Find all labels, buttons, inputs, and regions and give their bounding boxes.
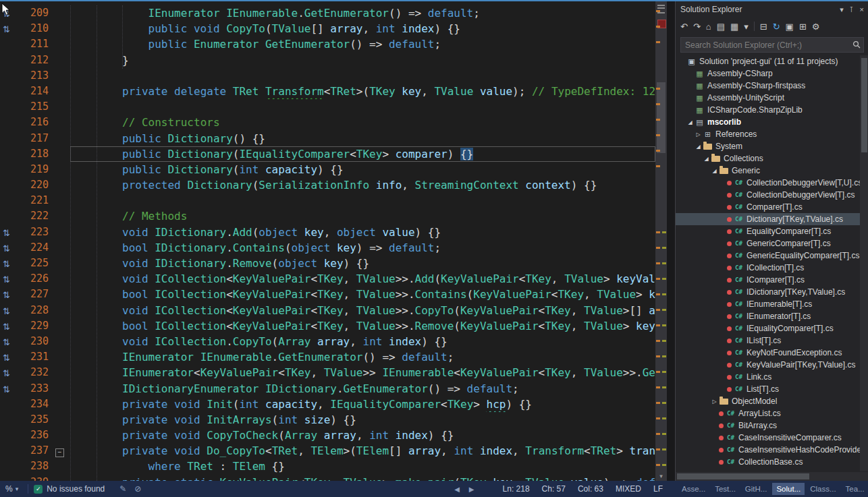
glyph-cell[interactable]: [0, 208, 18, 224]
solution-explorer-header[interactable]: Solution Explorer ▾⊺×: [676, 1, 868, 18]
code-line[interactable]: public Dictionary(IEqualityComparer<TKey…: [70, 146, 655, 162]
tree-item[interactable]: ▦Assembly-UnityScript: [676, 92, 860, 104]
tree-item[interactable]: ▦Assembly-CSharp: [676, 67, 860, 80]
editor-vertical-scrollbar[interactable]: ▾: [655, 1, 667, 481]
tree-item[interactable]: ▦Assembly-CSharp-firstpass: [676, 80, 860, 92]
scroll-right-icon[interactable]: ▶: [469, 486, 474, 493]
glyph-cell[interactable]: [0, 412, 18, 428]
tree-item[interactable]: C#BitArray.cs: [676, 419, 860, 432]
code-line[interactable]: protected Dictionary(SerializationInfo i…: [70, 177, 655, 193]
code-line[interactable]: [70, 99, 655, 115]
glyph-cell[interactable]: [0, 84, 18, 99]
chevron-collapsed-icon[interactable]: ▷: [710, 399, 719, 405]
tree-item[interactable]: C#IEnumerator[T].cs: [676, 310, 860, 322]
zoom-caret-icon[interactable]: ▾: [16, 486, 23, 492]
glyph-cell[interactable]: ⇅: [0, 334, 18, 349]
tree-item[interactable]: ▷⊞References: [676, 128, 860, 140]
glyph-cell[interactable]: [0, 99, 18, 115]
code-line[interactable]: void IDictionary.Remove(object key) {}: [70, 256, 655, 271]
code-editor[interactable]: ⇅⇅⇅⇅⇅⇅⇅⇅⇅⇅⇅⇅⇅ 20921021121221321421521621…: [0, 1, 667, 481]
tool-window-tab[interactable]: GitH...: [741, 483, 771, 495]
glyph-cell[interactable]: ⇅: [0, 256, 18, 271]
search-input[interactable]: [681, 40, 850, 50]
glyph-cell[interactable]: [0, 475, 18, 481]
code-line[interactable]: IDictionaryEnumerator IDictionary.GetEnu…: [70, 381, 655, 397]
glyph-cell[interactable]: ⇅: [0, 287, 18, 302]
code-line[interactable]: IEnumerator<KeyValuePair<TKey, TValue>> …: [70, 365, 655, 380]
chevron-collapsed-icon[interactable]: ▷: [694, 131, 703, 138]
switch-views-icon[interactable]: ▤: [717, 22, 725, 31]
tree-item[interactable]: C#CollectionDebuggerView[T].cs: [676, 189, 860, 201]
tree-item[interactable]: C#IComparer[T].cs: [676, 274, 860, 286]
scroll-left-icon[interactable]: ◀: [454, 486, 460, 493]
solution-explorer-vertical-scrollbar[interactable]: [860, 55, 868, 471]
code-line[interactable]: IEnumerator IEnumerable.GetEnumerator() …: [70, 5, 655, 21]
glyph-cell[interactable]: [0, 131, 18, 146]
code-line[interactable]: IEnumerator IEnumerable.GetEnumerator() …: [70, 349, 655, 365]
tree-item[interactable]: C#KeyNotFoundException.cs: [676, 347, 860, 359]
chevron-expanded-icon[interactable]: ◢: [686, 119, 695, 125]
tree-item[interactable]: C#IEnumerable[T].cs: [676, 298, 860, 310]
forward-icon[interactable]: ↷: [693, 22, 701, 31]
tree-item[interactable]: C#KeyValuePair[TKey,TValue].cs: [676, 359, 860, 371]
glyph-cell[interactable]: ⇅: [0, 349, 18, 365]
chevron-expanded-icon[interactable]: ◢: [702, 156, 711, 162]
tree-item[interactable]: C#List[T].cs: [676, 383, 860, 395]
code-line[interactable]: [70, 193, 655, 208]
tree-item[interactable]: ◢▤mscorlib: [676, 116, 860, 128]
glyph-cell[interactable]: ⇅: [0, 381, 18, 397]
scrollbar-thumb[interactable]: [677, 473, 809, 479]
zoom-control[interactable]: %: [0, 484, 16, 494]
back-icon[interactable]: ↶: [680, 22, 688, 31]
tree-item[interactable]: C#ArrayList.cs: [676, 407, 860, 419]
glyph-cell[interactable]: ⇅: [0, 318, 18, 334]
glyph-cell[interactable]: [0, 162, 18, 177]
tree-item[interactable]: C#CaseInsensitiveComparer.cs: [676, 432, 860, 444]
tree-item[interactable]: ▦ICSharpCode.SharpZipLib: [676, 104, 860, 116]
glyph-cell[interactable]: [0, 459, 18, 474]
code-line[interactable]: void ICollection<KeyValuePair<TKey, TVal…: [70, 303, 655, 318]
code-line[interactable]: void IDictionary.Add(object key, object …: [70, 225, 655, 240]
glyph-cell[interactable]: [0, 36, 18, 52]
search-box[interactable]: [680, 37, 864, 53]
code-line[interactable]: public void CopyTo(TValue[] array, int i…: [70, 21, 655, 36]
sync-with-active-icon[interactable]: ▣: [786, 22, 794, 31]
code-area[interactable]: IEnumerator IEnumerable.GetEnumerator() …: [70, 5, 655, 481]
tree-item[interactable]: ◢Collections: [676, 152, 860, 165]
code-line[interactable]: public Enumerator GetEnumerator() => def…: [70, 36, 655, 52]
fold-margin[interactable]: −: [55, 5, 67, 481]
tree-item[interactable]: C#EqualityComparer[T].cs: [676, 225, 860, 237]
refresh-icon[interactable]: ↻: [773, 22, 780, 31]
glyph-cell[interactable]: [0, 146, 18, 162]
chevron-down-icon[interactable]: ▾: [840, 5, 844, 13]
scrollbar-down-arrow-icon[interactable]: ▾: [655, 473, 667, 479]
scrollbar-thumb[interactable]: [657, 82, 666, 153]
tool-window-tab[interactable]: Class...: [806, 483, 840, 495]
glyph-cell[interactable]: ⇅: [0, 365, 18, 380]
code-line[interactable]: public Dictionary() {}: [70, 131, 655, 146]
tree-item[interactable]: C#CollectionBase.cs: [676, 456, 860, 468]
code-line[interactable]: void ICollection.CopyTo(Array array, int…: [70, 334, 655, 349]
glyph-cell[interactable]: ⇅: [0, 271, 18, 287]
glyph-cell[interactable]: [0, 53, 18, 68]
scrollbar-thumb[interactable]: [861, 58, 867, 152]
code-line[interactable]: [70, 68, 655, 84]
tree-item[interactable]: C#IEqualityComparer[T].cs: [676, 322, 860, 334]
tree-item[interactable]: C#ICollection[T].cs: [676, 262, 860, 274]
code-line[interactable]: private void Do_CopyTo<TRet, TElem>(TEle…: [70, 443, 655, 459]
code-line[interactable]: where TRet : TElem {}: [70, 459, 655, 474]
code-line[interactable]: private void Init(int capacity, IEqualit…: [70, 397, 655, 412]
tree-item[interactable]: C#GenericComparer[T].cs: [676, 237, 860, 250]
properties-icon[interactable]: ⚙: [812, 22, 820, 31]
code-line[interactable]: bool ICollection<KeyValuePair<TKey, TVal…: [70, 318, 655, 334]
code-line[interactable]: bool ICollection<KeyValuePair<TKey, TVal…: [70, 287, 655, 302]
glyph-margin[interactable]: ⇅⇅⇅⇅⇅⇅⇅⇅⇅⇅⇅⇅⇅: [0, 5, 18, 481]
tree-item[interactable]: ◢System: [676, 140, 860, 152]
code-line[interactable]: private void InitArrays(int size) {}: [70, 412, 655, 428]
splitter-grip-icon[interactable]: [657, 5, 665, 13]
glyph-cell[interactable]: [0, 68, 18, 84]
tree-item[interactable]: C#IList[T].cs: [676, 334, 860, 347]
glyph-cell[interactable]: ⇅: [0, 303, 18, 318]
health-check-icon[interactable]: ✓: [34, 485, 43, 494]
glyph-cell[interactable]: [0, 115, 18, 130]
